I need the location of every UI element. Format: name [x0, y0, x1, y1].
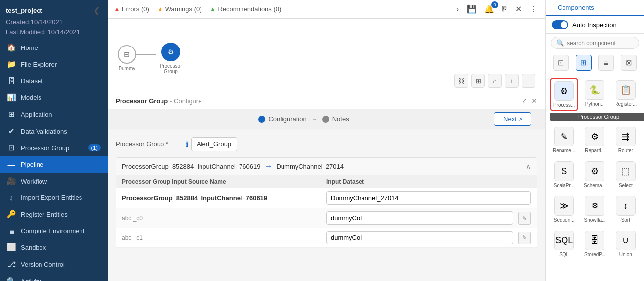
pg-select-row: Processor Group * ℹ Alert_Group Option2 [116, 137, 537, 151]
project-title: test_project [6, 7, 42, 14]
component-item-python[interactable]: 🐍 Python... [581, 78, 608, 111]
topbar: ▲ Errors (0) ▲ Warnings (0) ▲ Recommenda… [108, 0, 545, 19]
diagram-node-processor[interactable]: ⚙ Processor Group [156, 43, 186, 74]
notification-badge: 🔔 0 [483, 3, 496, 15]
component-item-union[interactable]: ∪ Union [612, 229, 640, 259]
component-item-sql[interactable]: SQL SQL [550, 229, 578, 259]
channel-dataset-cell: DummyChannel_27014 [326, 191, 531, 205]
col-c1-edit-btn[interactable]: ✎ [518, 232, 531, 244]
sidebar-item-file-explorer[interactable]: 📁 File Explorer [0, 56, 108, 73]
sidebar-icon-import-export: ↕ [7, 193, 16, 202]
sidebar-item-pipeline[interactable]: — Pipeline [0, 156, 108, 173]
component-item-process[interactable]: ⚙ Process... [550, 78, 578, 111]
auto-inspection-toggle[interactable] [552, 20, 568, 29]
pg-info-icon[interactable]: ℹ [186, 140, 188, 148]
icon-tab-list[interactable]: ⊡ [553, 55, 569, 71]
close-btn[interactable]: ✕ [513, 3, 523, 15]
sidebar-item-application[interactable]: ⊞ Application [0, 106, 108, 123]
sidebar-item-version-control[interactable]: ⎇ Version Control [0, 256, 108, 273]
sidebar-item-models[interactable]: 📊 Models [0, 89, 108, 106]
canvas-diagram: ⊟ Dummy ⚙ Processor Group [118, 38, 186, 74]
sidebar-item-workflow[interactable]: 🎥 Workflow [0, 173, 108, 189]
sidebar-item-register-entities[interactable]: 🔑 Register Entities [0, 206, 108, 223]
icon-tab-grid[interactable]: ⊞ [576, 55, 592, 71]
diagram-node-dummy[interactable]: ⊟ Dummy [118, 45, 136, 71]
menu-btn[interactable]: ⋮ [527, 3, 539, 15]
processor-node-icon: ⚙ [161, 43, 180, 61]
sidebar-item-processor-group[interactable]: ⊡ Processor Group (1) [0, 140, 108, 156]
sidebar-item-compute-environment[interactable]: 🖥 Compute Environment [0, 223, 108, 239]
sidebar-label-version-control: Version Control [21, 261, 101, 268]
channel-dataset-wrapper: DummyChannel_27014 [326, 191, 531, 205]
copy-btn[interactable]: ⎘ [500, 4, 509, 15]
component-row-0: ⚙ Process... 🐍 Python... 📋 Register... [546, 76, 644, 113]
nav-forward-btn[interactable]: › [454, 4, 461, 15]
next-button[interactable]: Next > [494, 112, 531, 126]
configure-expand-btn[interactable]: ⤢ [522, 97, 527, 105]
sidebar-item-dataset[interactable]: 🗄 Dataset [0, 73, 108, 89]
component-item-storedp[interactable]: 🗄 StoredP... [581, 229, 608, 259]
save-btn[interactable]: 💾 [465, 3, 479, 15]
search-icon: 🔍 [556, 39, 564, 47]
dummy-node-icon: ⊟ [118, 45, 136, 64]
component-item-select[interactable]: ⬚ Select [612, 159, 640, 190]
sidebar-label-pipeline: Pipeline [21, 161, 101, 168]
component-item-rename[interactable]: ✎ Rename... [550, 125, 578, 155]
component-item-router[interactable]: ⇶ Router [612, 125, 640, 155]
component-item-sort[interactable]: ↕ Sort [612, 194, 640, 225]
sidebar-label-data-validations: Data Validations [21, 128, 101, 135]
components-tab[interactable]: Components [552, 0, 600, 16]
sidebar-item-activity[interactable]: 🔍 Activity [0, 273, 108, 281]
component-item-register[interactable]: 📋 Register... [612, 78, 640, 111]
col-c0-select[interactable]: dummyCol [326, 211, 513, 225]
component-icon-register: 📋 [616, 80, 636, 100]
canvas-toolbar: ⛓ ⊞ ⌂ + − [454, 74, 535, 88]
icon-tabs-row: ⊡ ⊞ ≡ ⊠ [546, 52, 644, 74]
component-item-reparti[interactable]: ⚙ Reparti... [581, 125, 608, 155]
component-search-input[interactable] [567, 40, 634, 47]
canvas-area: ⊟ Dummy ⚙ Processor Group ⛓ ⊞ ⌂ + − [108, 19, 545, 93]
channel-arrow: → [264, 162, 272, 171]
component-icon-sql: SQL [554, 231, 574, 250]
configure-panel: Processor Group - Configure ⤢ ✕ Configur… [108, 93, 545, 281]
sidebar-label-register-entities: Register Entities [21, 211, 101, 218]
tab-configuration[interactable]: Configuration [258, 115, 306, 123]
icon-tab-filter[interactable]: ≡ [598, 55, 614, 71]
error-icon: ▲ [114, 5, 120, 13]
configure-close-btn[interactable]: ✕ [531, 97, 537, 105]
sidebar-item-data-validations[interactable]: ✔ Data Validations [0, 123, 108, 140]
zoom-in-btn[interactable]: + [505, 74, 519, 88]
component-row-1: ✎ Rename... ⚙ Reparti... ⇶ Router [546, 123, 644, 157]
right-panel: Components Auto Inspection 🔍 ⊡ ⊞ ≡ ⊠ ⚙ P… [545, 0, 644, 281]
zoom-out-btn[interactable]: − [522, 74, 535, 88]
processor-node-label: Processor Group [156, 63, 186, 74]
pg-select[interactable]: Alert_Group Option2 [191, 137, 237, 151]
connect-tool-btn[interactable]: ⛓ [454, 74, 468, 88]
project-title-row: test_project ❮ [6, 5, 102, 16]
component-item-sequence[interactable]: ≫ Sequen... [550, 194, 578, 225]
channel-collapse-btn[interactable]: ∧ [526, 162, 531, 170]
col-c1-select[interactable]: dummyCol [326, 231, 513, 244]
sidebar-header: test_project ❮ Created:10/14/2021 Last M… [0, 0, 108, 39]
sidebar-item-home[interactable]: 🏠 Home [0, 39, 108, 56]
channel-dataset-select[interactable]: DummyChannel_27014 [326, 191, 531, 205]
sidebar-label-activity: Activity [21, 278, 101, 281]
component-item-snowflake[interactable]: ❄ Snowfla... [581, 194, 608, 225]
component-label-union: Union [619, 252, 632, 257]
sidebar-collapse-btn[interactable]: ❮ [91, 5, 102, 16]
component-item-scalapro[interactable]: S ScalaPr... [550, 159, 578, 190]
home-tool-btn[interactable]: ⌂ [488, 74, 502, 88]
grid-tool-btn[interactable]: ⊞ [471, 74, 485, 88]
auto-inspection-row: Auto Inspection [546, 16, 644, 34]
component-item-schema[interactable]: ⚙ Schema... [581, 159, 608, 190]
tab-separator: → [312, 116, 318, 123]
sidebar-item-sandbox[interactable]: ⬜ Sandbox [0, 239, 108, 256]
col-c0-edit-btn[interactable]: ✎ [518, 212, 531, 225]
icon-tab-sort[interactable]: ⊠ [621, 55, 637, 71]
component-icon-sort: ↕ [616, 196, 636, 216]
project-meta: Created:10/14/2021 Last Modified: 10/14/… [6, 17, 102, 37]
warnings-indicator: ▲ Warnings (0) [157, 5, 202, 13]
sidebar-item-import-export[interactable]: ↕ Import Export Entities [0, 189, 108, 206]
sidebar-icon-processor-group: ⊡ [7, 143, 16, 152]
tab-notes[interactable]: Notes [322, 115, 349, 123]
